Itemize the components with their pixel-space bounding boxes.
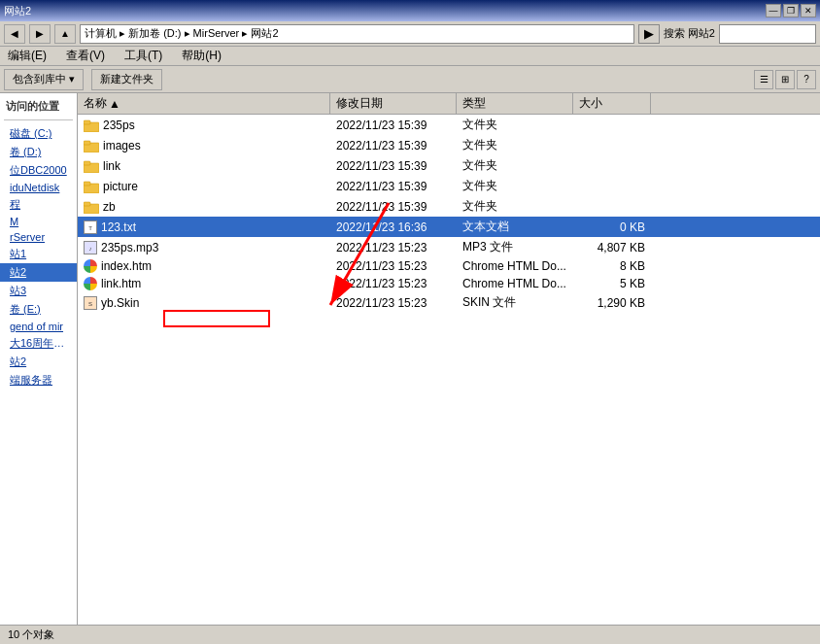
table-row[interactable]: images 2022/11/23 15:39 文件夹 [78,135,820,155]
file-size: 4,807 KB [573,240,651,255]
mp3-icon: ♪ [84,241,97,254]
forward-button[interactable]: ▶ [29,24,51,44]
menu-bar: 编辑(E) 查看(V) 工具(T) 帮助(H) [0,47,820,66]
file-name: S yb.Skin [78,295,330,311]
file-type: Chrome HTML Do... [457,258,573,274]
go-button[interactable]: ▶ [638,24,660,44]
file-size [573,145,651,147]
table-row[interactable]: link 2022/11/23 15:39 文件夹 [78,155,820,176]
menu-view[interactable]: 查看(V) [62,46,109,66]
sidebar-item-terminal[interactable]: 端服务器 [0,371,77,390]
sidebar-item-c[interactable]: 磁盘 (C:) [0,124,77,143]
file-date: 2022/11/23 15:23 [330,258,457,274]
file-type: 文本文档 [457,218,573,236]
sidebar-item-e[interactable]: 卷 (E:) [0,300,77,319]
file-type: Chrome HTML Do... [457,276,573,291]
menu-edit[interactable]: 编辑(E) [4,46,51,66]
sidebar-section-recent: 访问的位置 [0,97,77,120]
status-bar: 10 个对象 [0,625,820,644]
view-details-button[interactable]: ☰ [754,70,773,89]
file-date: 2022/11/23 16:36 [330,220,457,235]
col-header-type[interactable]: 类型 [457,93,573,114]
table-row[interactable]: index.htm 2022/11/23 15:23 Chrome HTML D… [78,257,820,275]
sidebar-item-legend[interactable]: gend of mir [0,319,77,334]
search-input[interactable] [719,24,816,44]
file-name: 235ps [78,118,330,133]
file-size [573,165,651,167]
help-button[interactable]: ? [797,70,816,89]
file-list-area: 名称 ▲ 修改日期 类型 大小 235ps 2022/11/23 15:39 [78,93,820,625]
sidebar-item-idunetdisk[interactable]: iduNetdisk [0,180,77,195]
sidebar-item-rserver[interactable]: rServer [0,229,77,245]
sidebar-item-site1[interactable]: 站1 [0,245,77,263]
file-name: link [78,158,330,174]
svg-rect-5 [84,161,90,165]
address-bar: ◀ ▶ ▲ ▶ 搜索 网站2 [0,21,820,47]
table-row[interactable]: link.htm 2022/11/23 15:23 Chrome HTML Do… [78,275,820,292]
sidebar-section-drives: 磁盘 (C:) 卷 (D:) 位DBC2000 iduNetdisk 程 M r… [0,124,77,390]
file-date: 2022/11/23 15:23 [330,240,457,255]
file-date: 2022/11/23 15:23 [330,295,457,311]
back-button[interactable]: ◀ [4,24,25,44]
table-row[interactable]: picture 2022/11/23 15:39 文件夹 [78,176,820,196]
address-input[interactable] [80,24,634,44]
toolbar: 包含到库中 ▾ 新建文件夹 ☰ ⊞ ? [0,66,820,93]
table-row[interactable]: zb 2022/11/23 15:39 文件夹 [78,196,820,217]
file-date: 2022/11/23 15:39 [330,158,457,174]
table-row[interactable]: 235ps 2022/11/23 15:39 文件夹 [78,115,820,135]
view-buttons: ☰ ⊞ ? [754,70,816,89]
sidebar: 访问的位置 磁盘 (C:) 卷 (D:) 位DBC2000 iduNetdisk… [0,93,78,625]
file-name: index.htm [78,258,330,274]
sidebar-item-dbc2000[interactable]: 位DBC2000 [0,161,77,180]
sidebar-item-site3[interactable]: 站3 [0,282,77,300]
up-button[interactable]: ▲ [54,24,76,44]
svg-rect-9 [84,202,90,206]
restore-button[interactable]: ❐ [783,4,799,17]
sidebar-item-site2b[interactable]: 站2 [0,353,77,371]
sidebar-recent-header: 访问的位置 [0,97,77,116]
svg-rect-1 [84,120,90,124]
minimize-button[interactable]: — [766,4,781,17]
file-type: 文件夹 [457,136,573,154]
file-size: 5 KB [573,276,651,291]
sidebar-item-d[interactable]: 卷 (D:) [0,143,77,161]
search-label: 搜索 网站2 [664,26,715,41]
table-row[interactable]: S yb.Skin 2022/11/23 15:23 SKIN 文件 1,290… [78,292,820,313]
file-name: picture [78,179,330,194]
txt-icon: T [84,220,97,234]
menu-help[interactable]: 帮助(H) [178,46,225,66]
title-bar: 网站2 — ❐ ✕ [0,0,820,21]
col-header-date[interactable]: 修改日期 [330,93,457,114]
include-library-button[interactable]: 包含到库中 ▾ [4,69,84,90]
col-header-size[interactable]: 大小 [573,93,651,114]
sidebar-item-site2[interactable]: 站2 [0,263,77,282]
file-size: 8 KB [573,258,651,274]
col-header-name[interactable]: 名称 ▲ [78,93,330,114]
file-name: link.htm [78,276,330,291]
svg-rect-7 [84,182,90,186]
status-count: 10 个对象 [8,627,54,642]
file-rows: 235ps 2022/11/23 15:39 文件夹 images 2022/1… [78,115,820,313]
file-date: 2022/11/23 15:39 [330,138,457,153]
file-type: SKIN 文件 [457,293,573,312]
sidebar-item-m[interactable]: M [0,214,77,229]
sidebar-item-cheng[interactable]: 程 [0,195,77,214]
table-row[interactable]: ♪ 235ps.mp3 2022/11/23 15:23 MP3 文件 4,80… [78,237,820,257]
file-type: 文件夹 [457,177,573,195]
menu-tools[interactable]: 工具(T) [120,46,166,66]
file-type: 文件夹 [457,116,573,134]
chrome-icon [84,259,97,273]
file-type: MP3 文件 [457,238,573,256]
file-size [573,206,651,208]
file-name: ♪ 235ps.mp3 [78,240,330,255]
file-size: 0 KB [573,220,651,235]
sidebar-item-anniversary[interactable]: 大16周年客户 [0,334,77,353]
chrome-icon [84,277,97,290]
table-row[interactable]: T 123.txt 2022/11/23 16:36 文本文档 0 KB [78,217,820,237]
view-tiles-button[interactable]: ⊞ [775,70,795,89]
close-button[interactable]: ✕ [801,4,816,17]
file-type: 文件夹 [457,156,573,175]
file-date: 2022/11/23 15:39 [330,118,457,133]
new-folder-button[interactable]: 新建文件夹 [91,69,162,90]
sidebar-divider [4,119,73,120]
